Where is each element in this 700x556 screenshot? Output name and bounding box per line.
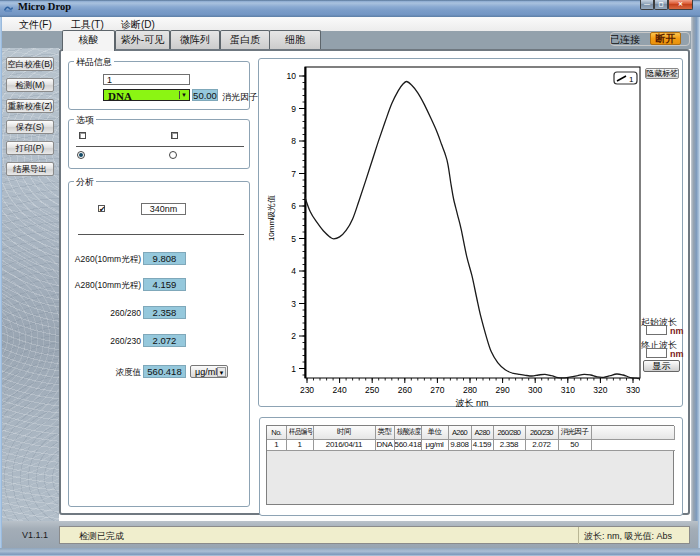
svg-text:270: 270 — [430, 385, 444, 395]
svg-text:波长 nm: 波长 nm — [455, 398, 488, 407]
svg-text:6: 6 — [291, 201, 296, 211]
svg-text:3: 3 — [291, 299, 296, 309]
svg-text:260: 260 — [398, 385, 412, 395]
svg-text:2: 2 — [291, 331, 296, 341]
svg-text:5: 5 — [291, 234, 296, 244]
svg-text:10: 10 — [287, 71, 297, 81]
svg-text:9: 9 — [291, 104, 296, 114]
svg-text:230: 230 — [300, 385, 314, 395]
svg-text:280: 280 — [463, 385, 477, 395]
svg-text:330: 330 — [626, 385, 640, 395]
svg-text:250: 250 — [365, 385, 379, 395]
svg-text:10mm吸光值: 10mm吸光值 — [267, 195, 276, 241]
svg-text:320: 320 — [593, 385, 607, 395]
svg-text:8: 8 — [291, 136, 296, 146]
svg-text:1: 1 — [629, 75, 634, 84]
svg-text:290: 290 — [496, 385, 510, 395]
svg-text:7: 7 — [291, 169, 296, 179]
svg-text:240: 240 — [333, 385, 347, 395]
svg-text:310: 310 — [561, 385, 575, 395]
svg-text:1: 1 — [291, 364, 296, 374]
svg-text:300: 300 — [528, 385, 542, 395]
svg-text:4: 4 — [291, 266, 296, 276]
